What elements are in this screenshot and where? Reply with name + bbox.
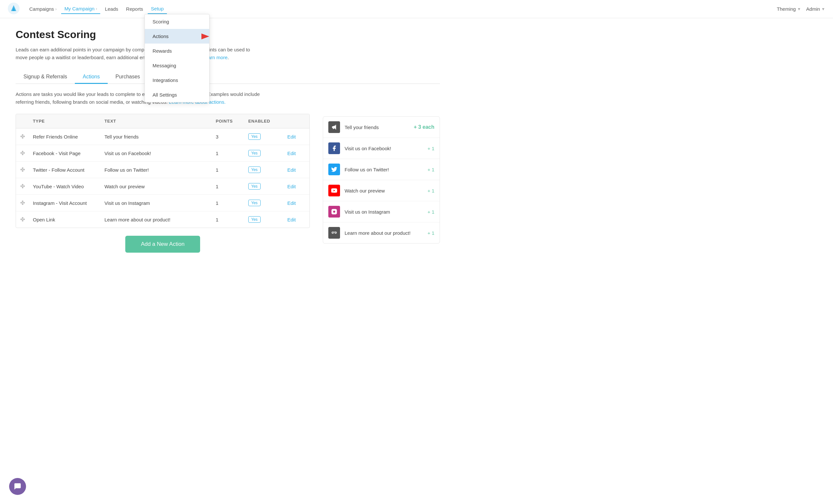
- row-points: 1: [212, 212, 244, 227]
- tab-purchases[interactable]: Purchases: [108, 71, 148, 84]
- dropdown-integrations[interactable]: Integrations: [145, 73, 209, 87]
- sidebar-row: Visit us on Instagram + 1: [323, 201, 439, 222]
- actions-table: TYPE TEXT POINTS ENABLED ✤ Refer Friends…: [16, 114, 310, 228]
- row-text: Follow us on Twitter!: [100, 162, 212, 177]
- sidebar-row: Watch our preview + 1: [323, 180, 439, 201]
- tab-signup-referrals[interactable]: Signup & Referrals: [16, 71, 75, 84]
- content-layout: TYPE TEXT POINTS ENABLED ✤ Refer Friends…: [16, 114, 440, 253]
- table-row: ✤ Twitter - Follow Account Follow us on …: [16, 161, 309, 178]
- drag-handle[interactable]: ✤: [16, 211, 29, 228]
- drag-handle[interactable]: ✤: [16, 195, 29, 211]
- edit-link[interactable]: Edit: [287, 134, 296, 140]
- facebook-icon: [328, 143, 340, 154]
- nav-links: Campaigns › My Campaign › Leads Reports …: [26, 4, 777, 14]
- row-edit[interactable]: Edit: [283, 146, 309, 161]
- edit-link[interactable]: Edit: [287, 184, 296, 189]
- dropdown-all-settings[interactable]: All Settings: [145, 87, 209, 102]
- page-title: Contest Scoring: [16, 29, 440, 41]
- sidebar-item-points: + 1: [428, 188, 434, 194]
- nav-my-campaign[interactable]: My Campaign ›: [61, 4, 100, 14]
- sidebar-item-points: + 1: [428, 230, 434, 236]
- enabled-badge: Yes: [248, 133, 261, 140]
- nav-setup-wrapper: Setup Scoring Actions: [148, 4, 167, 14]
- drag-handle[interactable]: ✤: [16, 161, 29, 178]
- row-points: 1: [212, 146, 244, 161]
- row-enabled: Yes: [244, 178, 283, 194]
- row-edit[interactable]: Edit: [283, 162, 309, 177]
- chevron-down-icon: ▼: [821, 7, 825, 11]
- chevron-down-icon: ▼: [797, 7, 801, 11]
- row-type: Open Link: [29, 212, 100, 227]
- setup-dropdown: Scoring Actions Rewards Messaging: [144, 14, 210, 102]
- row-type: Twitter - Follow Account: [29, 162, 100, 177]
- nav-theming[interactable]: Theming ▼: [777, 6, 801, 12]
- row-points: 3: [212, 129, 244, 144]
- sidebar-item-text: Learn more about our product!: [344, 230, 423, 236]
- sidebar-row: Visit us on Facebook! + 1: [323, 138, 439, 159]
- dropdown-actions[interactable]: Actions: [145, 29, 209, 44]
- row-edit[interactable]: Edit: [283, 179, 309, 194]
- edit-link[interactable]: Edit: [287, 167, 296, 173]
- megaphone-icon: [328, 121, 340, 133]
- table-row: ✤ Open Link Learn more about our product…: [16, 211, 309, 228]
- drag-handle[interactable]: ✤: [16, 178, 29, 195]
- row-type: Refer Friends Online: [29, 129, 100, 144]
- table-row: ✤ YouTube - Watch Video Watch our previe…: [16, 178, 309, 195]
- edit-link[interactable]: Edit: [287, 200, 296, 206]
- row-text: Tell your friends: [100, 129, 212, 144]
- nav-campaigns[interactable]: Campaigns ›: [26, 4, 60, 14]
- edit-link[interactable]: Edit: [287, 217, 296, 222]
- sidebar-row: Follow us on Twitter! + 1: [323, 159, 439, 180]
- enabled-badge: Yes: [248, 216, 261, 223]
- chevron-icon: ›: [96, 6, 97, 11]
- enabled-badge: Yes: [248, 200, 261, 206]
- row-type: Facebook - Visit Page: [29, 146, 100, 161]
- table-header: TYPE TEXT POINTS ENABLED: [16, 114, 309, 128]
- col-points: POINTS: [212, 114, 244, 128]
- sidebar-item-points: + 1: [428, 167, 434, 172]
- row-text: Visit us on Instagram: [100, 196, 212, 210]
- tab-actions[interactable]: Actions: [75, 71, 108, 84]
- dropdown-messaging[interactable]: Messaging: [145, 58, 209, 73]
- actions-table-section: TYPE TEXT POINTS ENABLED ✤ Refer Friends…: [16, 114, 310, 253]
- instagram-icon: [328, 206, 340, 218]
- main-content: Contest Scoring Leads can earn additiona…: [0, 18, 456, 272]
- sidebar-item-text: Visit us on Instagram: [344, 209, 423, 215]
- tabs-bar: Signup & Referrals Actions Purchases: [16, 71, 440, 84]
- col-action: [283, 114, 309, 128]
- nav-reports[interactable]: Reports: [123, 4, 146, 14]
- row-enabled: Yes: [244, 145, 283, 161]
- red-arrow-actions: [206, 31, 210, 41]
- twitter-icon: [328, 163, 340, 175]
- nav-leads[interactable]: Leads: [101, 4, 121, 14]
- drag-handle[interactable]: ✤: [16, 128, 29, 145]
- col-drag: [16, 114, 29, 128]
- sidebar-item-points: + 1: [428, 146, 434, 151]
- nav-admin[interactable]: Admin ▼: [806, 6, 825, 12]
- sidebar-item-text: Visit us on Facebook!: [344, 146, 423, 151]
- edit-link[interactable]: Edit: [287, 151, 296, 156]
- row-edit[interactable]: Edit: [283, 129, 309, 144]
- logo[interactable]: [8, 3, 20, 16]
- navbar: Campaigns › My Campaign › Leads Reports …: [0, 0, 833, 18]
- nav-setup[interactable]: Setup: [148, 4, 167, 14]
- sidebar-item-points: + 3 each: [413, 124, 434, 130]
- row-type: YouTube - Watch Video: [29, 179, 100, 194]
- chevron-icon: ›: [55, 7, 56, 11]
- section-description: Actions are tasks you would like your le…: [16, 91, 263, 106]
- nav-right: Theming ▼ Admin ▼: [777, 6, 825, 12]
- sidebar-item-text: Follow us on Twitter!: [344, 167, 423, 172]
- row-enabled: Yes: [244, 195, 283, 211]
- drag-handle[interactable]: ✤: [16, 145, 29, 161]
- sidebar-item-text: Watch our preview: [344, 188, 423, 194]
- add-button-wrapper: Add a New Action: [16, 236, 310, 253]
- row-edit[interactable]: Edit: [283, 212, 309, 227]
- dropdown-rewards[interactable]: Rewards: [145, 44, 209, 58]
- col-type: TYPE: [29, 114, 100, 128]
- table-row: ✤ Instagram - Visit Account Visit us on …: [16, 195, 309, 211]
- col-enabled: ENABLED: [244, 114, 283, 128]
- row-text: Watch our preview: [100, 179, 212, 194]
- add-new-action-button[interactable]: Add a New Action: [125, 236, 200, 253]
- dropdown-scoring[interactable]: Scoring: [145, 14, 209, 29]
- row-edit[interactable]: Edit: [283, 196, 309, 210]
